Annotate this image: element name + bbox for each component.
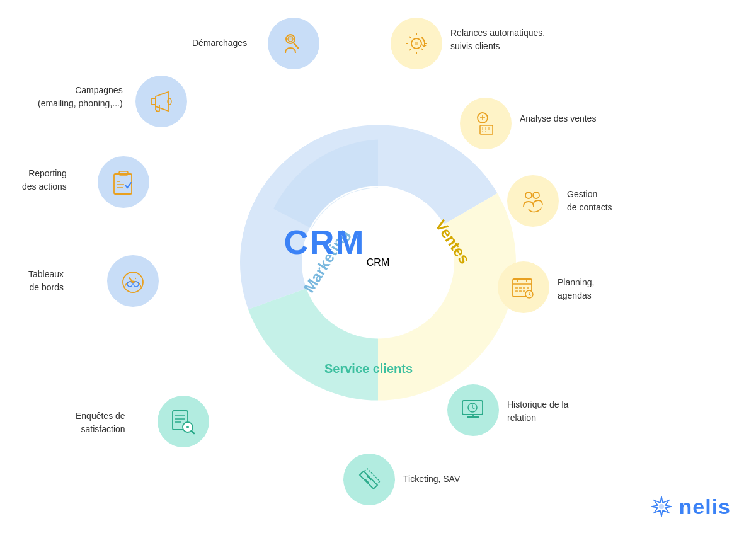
- contacts-icon-circle: [507, 175, 559, 227]
- svg-point-20: [525, 192, 532, 198]
- nelis-logo: nelis: [649, 494, 731, 519]
- nelis-text: nelis: [679, 495, 731, 519]
- svg-rect-25: [523, 287, 525, 289]
- analyse-label: Analyse des ventes: [520, 113, 596, 123]
- tableaux-label: Tableauxde bords: [28, 268, 64, 294]
- historique-label: Historique de larelation: [507, 398, 568, 425]
- relances-label: Relances automatiques,suivis clients: [450, 26, 545, 53]
- svg-rect-11: [119, 171, 128, 175]
- svg-point-15: [134, 282, 139, 287]
- svg-point-17: [415, 42, 418, 45]
- reporting-icon-circle: [98, 156, 149, 208]
- nelis-icon: [649, 494, 674, 519]
- planning-label: Planning,agendas: [558, 276, 594, 302]
- planning-icon-circle: [498, 261, 549, 313]
- analyse-icon-circle: [460, 98, 512, 149]
- svg-point-14: [127, 282, 132, 287]
- tableaux-icon-circle: [107, 255, 159, 307]
- ticketing-icon-circle: [343, 454, 395, 505]
- demarchages-icon-circle: [268, 18, 319, 69]
- contacts-label: Gestionde contacts: [567, 188, 612, 214]
- crm-text: CRM: [284, 222, 365, 261]
- svg-rect-27: [515, 290, 518, 292]
- campagnes-label: Campagnes(emailing, phoning,...): [38, 84, 123, 110]
- svg-point-8: [288, 35, 293, 40]
- enquetes-icon-circle: [158, 396, 209, 447]
- ticketing-label: Ticketing, SAV: [403, 474, 460, 484]
- svg-rect-26: [527, 287, 529, 289]
- svg-point-21: [533, 192, 539, 198]
- svg-rect-29: [523, 290, 525, 292]
- svg-rect-10: [114, 174, 132, 194]
- relances-icon-circle: [391, 18, 442, 69]
- svg-point-35: [659, 504, 664, 509]
- svg-rect-23: [515, 287, 518, 289]
- svg-rect-28: [519, 290, 522, 292]
- historique-icon-circle: [447, 384, 499, 436]
- enquetes-label: Enquêtes desatisfaction: [76, 409, 125, 436]
- demarchages-label: Démarchages: [192, 38, 247, 48]
- reporting-label: Reportingdes actions: [22, 167, 67, 193]
- svg-point-0: [304, 188, 452, 337]
- svg-rect-24: [519, 287, 522, 289]
- campagnes-icon-circle: [135, 76, 187, 127]
